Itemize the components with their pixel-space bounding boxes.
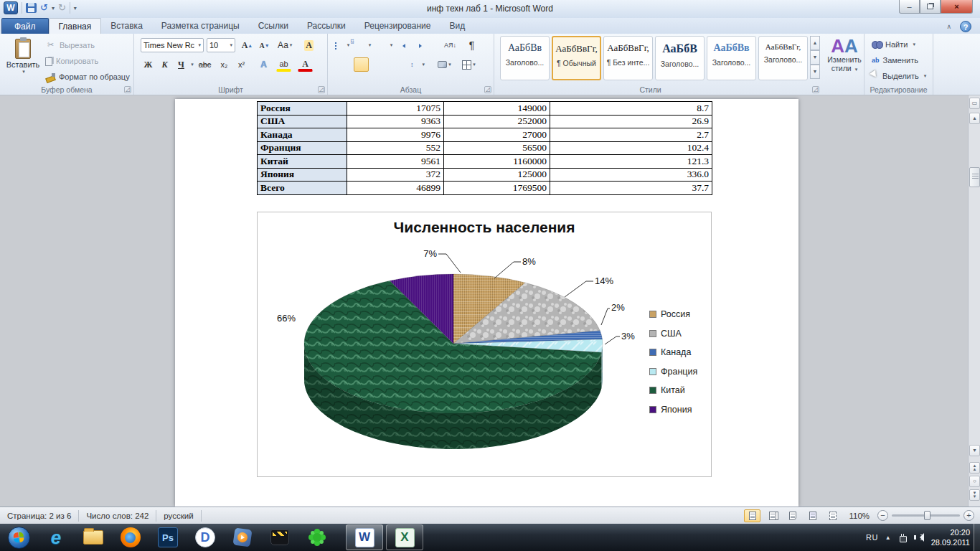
minimize-button[interactable]: – [899, 0, 920, 14]
change-styles-button[interactable]: АА Изменить стили ▾ [826, 37, 863, 74]
help-button[interactable]: ? [960, 21, 971, 32]
table-cell[interactable]: США [258, 115, 347, 128]
previous-page-button[interactable]: ▲▲ [969, 462, 980, 474]
zoom-in-button[interactable]: + [963, 510, 974, 521]
taskbar-windows-explorer[interactable] [75, 524, 112, 550]
zoom-slider[interactable] [892, 514, 960, 517]
web-layout-view-button[interactable] [784, 509, 801, 522]
styles-gallery-expand[interactable]: ▼ [810, 65, 820, 79]
table-cell[interactable]: 2.7 [550, 128, 712, 142]
taskbar-excel[interactable]: X [386, 524, 423, 550]
style-heading-blue[interactable]: АаБбВв Заголово... [707, 36, 756, 80]
table-cell[interactable]: 8.7 [550, 102, 712, 116]
volume-icon[interactable] [914, 533, 924, 542]
next-page-button[interactable]: ▼▼ [969, 489, 980, 501]
table-cell[interactable]: 37.7 [550, 182, 712, 195]
table-cell[interactable]: 252000 [444, 115, 550, 128]
find-button[interactable]: Найти▾ [872, 37, 915, 51]
table-cell[interactable]: 46899 [347, 182, 444, 195]
align-right-button[interactable] [371, 57, 386, 72]
print-layout-view-button[interactable] [744, 509, 760, 522]
taskbar-internet-explorer[interactable]: e [37, 524, 75, 550]
shading-button[interactable]: ▾ [437, 57, 452, 72]
table-cell[interactable]: Франция [258, 141, 347, 155]
justify-button[interactable] [388, 57, 403, 72]
close-button[interactable]: × [941, 0, 973, 14]
vertical-scrollbar[interactable]: ▭ ▲ ▼ ▲▲ ○ ▼▼ [968, 95, 980, 507]
fullscreen-reading-view-button[interactable] [764, 509, 781, 522]
tab-insert[interactable]: Вставка [101, 18, 152, 34]
select-browse-object-button[interactable]: ○ [969, 476, 980, 487]
taskbar-potplayer[interactable]: D [187, 524, 224, 550]
paste-button[interactable]: Вставить ▾ [4, 36, 42, 83]
table-cell[interactable]: Япония [258, 168, 347, 182]
font-size-combo[interactable]: 10▾ [207, 38, 235, 52]
taskbar-icq[interactable] [298, 524, 336, 550]
line-spacing-button[interactable]: ↕▾ [410, 57, 425, 72]
scroll-up-button[interactable]: ▲ [969, 113, 980, 124]
borders-button[interactable]: ▾ [461, 57, 476, 72]
document-page[interactable]: Россия 17075 149000 8.7 США 9363 252000 … [175, 99, 798, 507]
grow-font-button[interactable]: А▲ [240, 38, 255, 52]
highlight-button[interactable]: ab [276, 57, 291, 72]
style-no-spacing[interactable]: АаБбВвГг, ¶ Без инте... [603, 36, 653, 80]
draft-view-button[interactable] [824, 509, 841, 522]
table-cell[interactable]: Канада [258, 128, 347, 142]
scroll-thumb[interactable] [969, 167, 980, 187]
table-cell[interactable]: 9363 [347, 115, 444, 128]
tab-view[interactable]: Вид [440, 18, 474, 34]
show-desktop-button[interactable] [974, 524, 980, 551]
font-color-button[interactable]: А [298, 57, 313, 72]
language-indicator[interactable]: русский [156, 510, 201, 522]
table-cell[interactable]: Россия [258, 102, 347, 116]
bullets-button[interactable]: ▾ [336, 38, 352, 52]
table-cell[interactable]: 372 [347, 168, 444, 182]
table-cell[interactable]: 552 [347, 141, 444, 155]
pie-chart[interactable]: 8%14%2%3%66%7% Численность населения Рос… [257, 212, 712, 477]
styles-scroll-down[interactable]: ▼ [810, 50, 820, 65]
table-cell[interactable]: 1160000 [444, 155, 550, 169]
collapse-ribbon-button[interactable]: ∧ [946, 23, 951, 30]
zoom-level[interactable]: 110% [849, 512, 870, 520]
table-cell[interactable]: 336.0 [550, 168, 712, 182]
tab-review[interactable]: Рецензирование [355, 18, 440, 34]
select-button[interactable]: Выделить▾ [872, 69, 926, 83]
table-cell[interactable]: 102.4 [550, 141, 712, 155]
clock[interactable]: 20:20 28.09.2011 [931, 527, 970, 547]
word-count[interactable]: Число слов: 242 [79, 510, 156, 522]
align-center-button[interactable] [354, 57, 369, 72]
table-cell[interactable]: 17075 [347, 102, 444, 116]
tab-home[interactable]: Главная [49, 18, 102, 34]
show-marks-button[interactable]: ¶ [464, 38, 479, 52]
increase-indent-button[interactable] [421, 38, 436, 52]
subscript-button[interactable]: x₂ [217, 57, 232, 72]
tab-file[interactable]: Файл [1, 18, 49, 34]
table-cell[interactable]: Всего [258, 182, 347, 195]
taskbar-word[interactable]: W [346, 524, 383, 550]
table-cell[interactable]: 27000 [444, 128, 550, 142]
underline-dropdown[interactable]: ▾ [189, 57, 196, 72]
taskbar-photoshop[interactable]: Ps [149, 524, 187, 550]
taskbar-media-player[interactable] [224, 524, 261, 550]
hidden-icons-button[interactable]: ▲ [885, 534, 891, 541]
zoom-out-button[interactable]: − [877, 510, 888, 521]
restore-button[interactable] [920, 0, 941, 14]
styles-dialog-launcher[interactable]: ◿ [812, 86, 819, 93]
table-cell[interactable]: 149000 [444, 102, 550, 116]
decrease-indent-button[interactable] [404, 38, 419, 52]
clipboard-dialog-launcher[interactable]: ◿ [124, 86, 131, 93]
language-switcher[interactable]: RU [866, 533, 878, 542]
sort-button[interactable]: АЯ↓ [443, 38, 458, 52]
style-heading1[interactable]: АаБбВв Заголово... [500, 36, 550, 80]
multilevel-list-button[interactable]: ▾ [380, 38, 395, 52]
font-name-combo[interactable]: Times New Rc▾ [141, 38, 204, 52]
style-subtle[interactable]: АаБбВвГг, Заголово... [758, 36, 808, 80]
styles-scroll-up[interactable]: ▲ [810, 36, 820, 50]
page-indicator[interactable]: Страница: 2 из 6 [0, 510, 79, 522]
table-cell[interactable]: 1769500 [444, 182, 550, 195]
align-left-button[interactable] [336, 57, 352, 72]
style-heading[interactable]: АаБбВ Заголово... [655, 36, 705, 80]
style-normal[interactable]: АаБбВвГг, ¶ Обычный [552, 36, 601, 80]
table-cell[interactable]: 56500 [444, 141, 550, 155]
underline-button[interactable]: Ч [174, 57, 189, 72]
